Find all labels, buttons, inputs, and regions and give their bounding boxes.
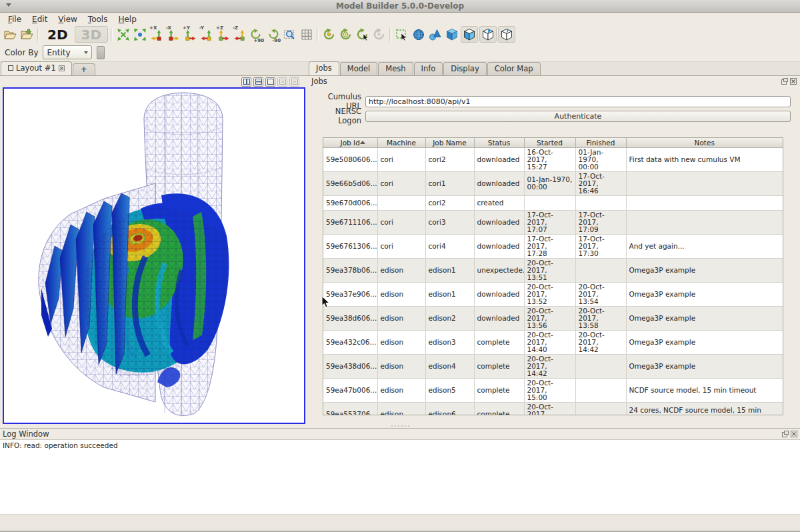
close-tab-icon[interactable] <box>59 65 65 71</box>
column-header-status[interactable]: Status <box>474 138 524 147</box>
table-cell: edison <box>377 402 425 415</box>
rotate-plus-90-icon[interactable]: +90 <box>249 26 264 43</box>
split-horizontal-button[interactable] <box>253 77 263 87</box>
new-layout-tab-button[interactable]: + <box>73 63 95 75</box>
column-header-job-name[interactable]: Job Name <box>425 138 474 147</box>
cube-surface-edges-toggle[interactable] <box>479 26 497 43</box>
close-panel-icon[interactable] <box>790 78 797 85</box>
table-cell: complete <box>474 378 524 402</box>
table-row[interactable]: 59ea553706...edisonedison6complete20-Oct… <box>323 402 783 415</box>
column-header-job-id[interactable]: Job Id <box>323 138 377 147</box>
tab-display[interactable]: Display <box>443 62 486 75</box>
panel-tab-bar: JobsModelMeshInfoDisplayColor Map <box>308 62 800 76</box>
layout-tab-bar: Layout #1 + <box>0 62 308 76</box>
cone-sphere-icon[interactable] <box>427 26 443 43</box>
float-panel-icon[interactable] <box>782 431 789 437</box>
tab-model[interactable]: Model <box>340 62 378 75</box>
layout-pane: Layout #1 + <box>0 62 308 424</box>
view-plus-x-icon[interactable]: +X <box>149 26 164 43</box>
tab-color-map[interactable]: Color Map <box>487 62 541 75</box>
close-pane-button-1[interactable] <box>277 77 287 87</box>
close-panel-icon[interactable] <box>791 431 797 437</box>
grid-icon[interactable] <box>299 26 314 43</box>
view-plus-y-icon[interactable]: +Y <box>182 26 197 43</box>
cumulus-url-input[interactable] <box>365 96 791 107</box>
table-row[interactable]: 59e6711106...coricori3downloaded17-Oct-2… <box>323 210 783 234</box>
cube-wireframe-toggle[interactable] <box>498 26 515 43</box>
menu-bar: FileEditViewToolsHelp <box>0 13 800 25</box>
single-pane-button[interactable] <box>265 77 275 87</box>
tab-layout-1[interactable]: Layout #1 <box>1 61 72 75</box>
reset-camera-icon[interactable] <box>115 26 131 43</box>
table-cell: 59ea432c06... <box>323 330 377 354</box>
table-cell: edison1 <box>425 258 474 282</box>
table-row[interactable]: 59ea47b006...edisonedison5complete20-Oct… <box>323 378 783 402</box>
column-header-notes[interactable]: Notes <box>626 138 783 147</box>
table-cell: cori2 <box>425 195 474 210</box>
mode-2d-button[interactable]: 2D <box>42 26 73 43</box>
mouse-cursor <box>321 296 331 308</box>
solid-cube-icon[interactable] <box>444 26 459 43</box>
column-header-started[interactable]: Started <box>524 138 575 147</box>
table-row[interactable]: 59e66b5d06...coricori1downloaded01-Jan-1… <box>323 171 783 195</box>
zoom-to-point-icon[interactable] <box>132 26 147 43</box>
view-minus-z-icon[interactable]: -Z <box>232 26 247 43</box>
rotate-minus-90-icon[interactable]: -90 <box>265 26 281 43</box>
rotate-disabled-icon[interactable] <box>371 26 387 43</box>
table-row[interactable]: 59e670d006...cori2created <box>323 195 783 210</box>
menu-help[interactable]: Help <box>113 14 141 25</box>
table-row[interactable]: 59ea432c06...edisonedison3complete20-Oct… <box>323 330 783 354</box>
view-plus-z-icon[interactable]: +Z <box>215 26 231 43</box>
tab-mesh[interactable]: Mesh <box>378 62 413 75</box>
color-swatch-button[interactable] <box>97 46 105 59</box>
mode-3d-button[interactable]: 3D <box>75 26 109 43</box>
cube-surface-toggle[interactable] <box>461 26 478 43</box>
rotate-axis-icon[interactable] <box>338 26 353 43</box>
tab-jobs[interactable]: Jobs <box>309 61 339 75</box>
table-row[interactable]: 59ea438d06...edisonedison4complete20-Oct… <box>323 354 783 378</box>
log-output[interactable]: INFO: read: operation succeeded <box>0 439 800 514</box>
float-panel-icon[interactable] <box>781 78 788 85</box>
table-cell: edison <box>377 306 425 330</box>
rotate-pointer-icon[interactable] <box>355 26 370 43</box>
table-row[interactable]: 59ea38d606...edisonedison2downloaded20-O… <box>323 306 783 330</box>
render-viewport[interactable] <box>3 87 305 424</box>
view-minus-y-icon[interactable]: -Y <box>199 26 214 43</box>
zoom-box-icon[interactable] <box>282 26 297 43</box>
mesh-sphere-icon[interactable] <box>411 26 426 43</box>
main-area: Layout #1 + <box>0 62 800 424</box>
tab-info[interactable]: Info <box>414 62 443 75</box>
menu-file[interactable]: File <box>3 14 27 25</box>
view-minus-x-icon[interactable]: -X <box>165 26 181 43</box>
rotate-ccw-icon[interactable] <box>321 26 337 43</box>
title-bar[interactable]: Model Builder 5.0.0-Develop <box>0 0 800 13</box>
table-cell: 20-Oct-2017, 13:51 <box>524 258 575 282</box>
open-file-icon[interactable] <box>3 26 18 43</box>
menu-tools[interactable]: Tools <box>83 14 113 25</box>
menu-view[interactable]: View <box>53 14 82 25</box>
jobs-dock-body: Cumulus URL NERSC Logon Authenticate Job… <box>308 87 800 424</box>
close-pane-button-2[interactable] <box>289 77 299 87</box>
rubber-band-select-icon[interactable] <box>394 26 409 43</box>
window-menu-icon[interactable] <box>6 3 11 7</box>
table-row[interactable]: 59ea37e906...edisonedison1downloaded20-O… <box>323 282 783 306</box>
table-row[interactable]: 59e6761306...coricori4downloaded17-Oct-2… <box>323 234 783 258</box>
color-by-select[interactable]: Entity <box>43 45 92 59</box>
column-header-finished[interactable]: Finished <box>575 138 626 147</box>
import-file-icon[interactable] <box>19 26 35 43</box>
table-row[interactable]: 59ea378b06...edisonedison1unexpectede...… <box>323 258 783 282</box>
table-cell: downloaded <box>474 234 524 258</box>
chevron-down-icon <box>84 51 88 54</box>
table-cell: edison <box>377 258 425 282</box>
table-cell: 59ea38d606... <box>323 306 377 330</box>
menu-edit[interactable]: Edit <box>27 14 53 25</box>
table-cell: 20-Oct-2017, 14:42 <box>575 330 626 354</box>
split-vertical-button[interactable] <box>241 77 251 87</box>
model-3d-view <box>4 89 304 423</box>
authenticate-button[interactable]: Authenticate <box>365 111 791 122</box>
table-row[interactable]: 59e5080606...coricori2downloaded16-Oct-2… <box>323 147 783 171</box>
table-cell: 16-Oct-2017, 15:27 <box>524 147 575 171</box>
column-header-machine[interactable]: Machine <box>377 138 425 147</box>
table-cell: Omega3P example <box>626 330 783 354</box>
jobs-table: Job IdMachineJob NameStatusStartedFinish… <box>323 137 783 415</box>
